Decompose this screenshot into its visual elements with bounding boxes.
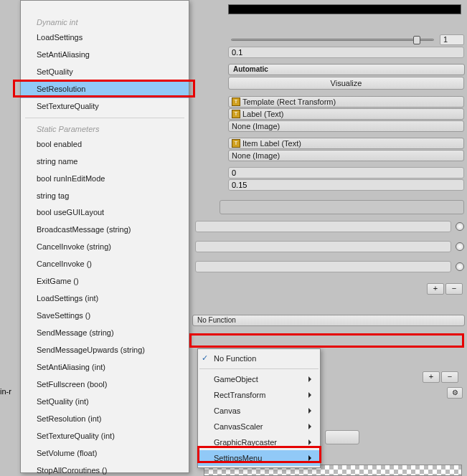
menu-item[interactable]: SetResolution	[21, 81, 189, 98]
menu-item[interactable]: string tag	[21, 188, 189, 205]
automatic-dropdown[interactable]: Automatic	[228, 64, 465, 75]
slider-thumb[interactable]	[413, 36, 420, 44]
submenu-label: Canvas	[214, 406, 240, 415]
check-icon: ✓	[202, 353, 210, 362]
event-section	[220, 200, 464, 214]
component-submenu[interactable]: ✓No FunctionGameObjectRectTransformCanva…	[197, 348, 321, 468]
menu-item[interactable]: LoadSettings	[21, 29, 189, 47]
menu-item[interactable]: SaveSettings ()	[21, 308, 189, 325]
menu-item[interactable]: StopAllCoroutines ()	[21, 462, 189, 477]
empty-field-2[interactable]	[195, 241, 451, 252]
add-button-2[interactable]: +	[423, 371, 440, 383]
submenu-divider	[199, 368, 319, 369]
menu-item[interactable]: SendMessageUpwards (string)	[21, 342, 189, 359]
submenu-item[interactable]: GraphicRaycaster	[198, 434, 320, 450]
submenu-label: GraphicRaycaster	[214, 438, 277, 447]
submenu-item[interactable]: SettingsMenu	[198, 450, 320, 466]
submenu-item[interactable]: ✓No Function	[198, 351, 320, 366]
menu-item[interactable]: CancelInvoke ()	[21, 256, 189, 273]
label-field[interactable]: T Label (Text)	[228, 108, 464, 120]
submenu-label: GameObject	[214, 375, 258, 384]
submenu-label: No Function	[214, 354, 256, 363]
side-label: in-r	[0, 387, 11, 396]
menu-item[interactable]: SetQuality	[21, 64, 189, 81]
menu-item[interactable]: SetFullscreen (bool)	[21, 376, 189, 394]
submenu-item[interactable]: Canvas	[198, 403, 320, 419]
add-button[interactable]: +	[427, 283, 444, 295]
menu-item[interactable]: BroadcastMessage (string)	[21, 222, 189, 239]
remove-button[interactable]: −	[445, 283, 463, 295]
menu-item[interactable]: SetTextureQuality	[21, 98, 189, 115]
value-field-b[interactable]: 0	[228, 167, 464, 178]
menu-item[interactable]: SetResolution (int)	[21, 411, 189, 428]
submenu-item[interactable]: RectTransform	[198, 387, 320, 403]
object-icon: T	[232, 139, 240, 148]
item-label-text: Item Label (Text)	[242, 139, 301, 148]
object-picker-icon[interactable]	[456, 262, 464, 271]
submenu-item[interactable]: GameObject	[198, 371, 320, 387]
template-field[interactable]: T Template (Rect Transform)	[228, 96, 464, 108]
value-field-a[interactable]: 0.1	[228, 47, 464, 58]
menu-item[interactable]: CancelInvoke (string)	[21, 239, 189, 256]
submenu-label: CanvasScaler	[214, 422, 263, 431]
menu-item[interactable]: bool enabled	[21, 136, 189, 153]
menu-item[interactable]: SendMessage (string)	[21, 325, 189, 342]
menu-item[interactable]: LoadSettings (int)	[21, 290, 189, 308]
item-label-field[interactable]: T Item Label (Text)	[228, 138, 464, 149]
template-label: Template (Rect Transform)	[242, 97, 336, 106]
menu-item[interactable]: string name	[21, 153, 189, 171]
submenu-item[interactable]: CanvasScaler	[198, 419, 320, 434]
none-image-1: None (Image)	[232, 122, 280, 130]
image-field-2[interactable]: None (Image)	[228, 150, 464, 161]
object-picker-icon[interactable]	[456, 242, 464, 251]
gear-icon[interactable]: ⚙	[447, 387, 463, 399]
menu-item[interactable]: ExitGame ()	[21, 273, 189, 290]
menu-item[interactable]: SetAntiAliasing (int)	[21, 359, 189, 376]
function-menu[interactable]: Dynamic int LoadSettingsSetAntiAliasingS…	[20, 0, 189, 473]
object-picker-icon[interactable]	[456, 222, 464, 231]
empty-field-3[interactable]	[195, 261, 451, 272]
submenu-label: RectTransform	[214, 391, 265, 399]
slider-track[interactable]	[231, 39, 434, 41]
menu-item[interactable]: SetVolume (float)	[21, 445, 189, 462]
small-button[interactable]	[325, 430, 359, 444]
section-header-dynamic: Dynamic int	[21, 1, 189, 29]
menu-item[interactable]: SetQuality (int)	[21, 394, 189, 411]
visualize-button[interactable]: Visualize	[228, 77, 464, 90]
remove-button-2[interactable]: −	[441, 371, 458, 383]
menu-divider	[25, 118, 184, 118]
object-icon: T	[232, 97, 240, 106]
color-swatch[interactable]	[228, 4, 461, 14]
menu-item[interactable]: bool runInEditMode	[21, 171, 189, 188]
none-image-2: None (Image)	[232, 151, 280, 160]
submenu-label: SettingsMenu	[214, 454, 262, 462]
image-field-1[interactable]: None (Image)	[228, 120, 464, 132]
empty-field-1[interactable]	[195, 221, 451, 232]
section-header-static: Static Parameters	[21, 120, 189, 136]
label-text: Label (Text)	[242, 110, 283, 118]
object-icon: T	[232, 110, 240, 118]
menu-item[interactable]: SetAntiAliasing	[21, 47, 189, 64]
slider-value[interactable]: 1	[440, 34, 464, 45]
menu-item[interactable]: SetTextureQuality (int)	[21, 428, 189, 445]
menu-item[interactable]: bool useGUILayout	[21, 204, 189, 222]
value-field-c[interactable]: 0.15	[228, 179, 464, 191]
no-function-bar[interactable]: No Function	[192, 315, 465, 326]
